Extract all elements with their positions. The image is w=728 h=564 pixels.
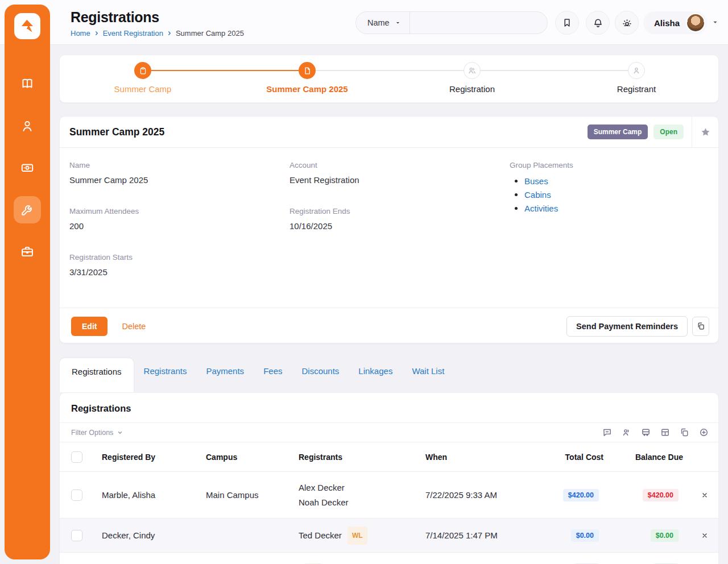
filter-options-toggle[interactable]: Filter Options: [71, 429, 123, 437]
cell-when: 7/22/2025 9:33 AM: [425, 490, 545, 500]
chevron-down-icon: [395, 20, 401, 26]
registrant-name: Noah Decker: [299, 495, 349, 510]
tab-registrations[interactable]: Registrations: [59, 358, 134, 392]
bookmark-button[interactable]: [555, 11, 579, 35]
wizard-step-summer-camp-2025[interactable]: [299, 62, 316, 79]
status-badge: Open: [653, 125, 684, 139]
sidebar-item-people[interactable]: [14, 113, 41, 140]
wizard-step-label[interactable]: Registration: [449, 84, 495, 94]
select-all-checkbox[interactable]: [71, 451, 82, 463]
sidebar-item-finance[interactable]: [14, 154, 41, 181]
filter-options-label: Filter Options: [71, 429, 113, 437]
chevron-right-icon: [167, 31, 172, 36]
wizard-step-registration[interactable]: [464, 62, 481, 79]
registration-row[interactable]: Marble, Alisha Main Campus Alex Decker N…: [60, 471, 718, 518]
clipboard-icon: [139, 67, 147, 75]
rock-logo-icon: [18, 17, 36, 35]
field-label-name: Name: [69, 161, 148, 169]
registrant-name: Ted Decker: [299, 528, 342, 543]
wizard-step-summer-camp[interactable]: [134, 62, 151, 79]
cell-campus: Main Campus: [206, 490, 299, 500]
wrench-icon: [20, 202, 35, 217]
bullet: [515, 207, 518, 210]
export-copy-button[interactable]: [680, 428, 689, 437]
row-checkbox[interactable]: [71, 490, 82, 501]
wizard-step-label[interactable]: Summer Camp: [114, 84, 172, 94]
send-payment-reminders-button[interactable]: Send Payment Reminders: [566, 316, 688, 337]
tab-wait-list[interactable]: Wait List: [402, 358, 454, 384]
add-registration-button[interactable]: [699, 428, 709, 437]
group-placement-button[interactable]: [641, 428, 651, 437]
row-checkbox[interactable]: [71, 530, 82, 541]
wizard-step-label[interactable]: Summer Camp 2025: [266, 84, 348, 94]
total-cost-badge: $420.00: [563, 489, 599, 501]
sidebar-item-work[interactable]: [14, 238, 41, 266]
delete-row-button[interactable]: [698, 529, 712, 542]
tab-fees[interactable]: Fees: [254, 358, 292, 384]
theme-button[interactable]: [615, 11, 639, 35]
panel-header: Summer Camp 2025 Summer Camp Open: [60, 117, 718, 148]
registration-row-partial[interactable]: [60, 552, 718, 564]
field-value-name: Summer Camp 2025: [69, 175, 148, 185]
sidebar-item-book[interactable]: [14, 70, 41, 97]
communicate-button[interactable]: [602, 428, 612, 437]
user-menu[interactable]: Alisha: [643, 11, 707, 34]
field-label-max-attendees: Maximum Attendees: [69, 207, 139, 215]
wait-list-badge: WL: [348, 526, 367, 545]
user-menu-caret[interactable]: [712, 19, 719, 26]
wizard-connector: [481, 70, 628, 71]
group-placement-link[interactable]: Buses: [524, 176, 548, 186]
sidebar-item-tools[interactable]: [14, 196, 41, 223]
column-balance-due[interactable]: Balance Due: [610, 453, 690, 462]
copy-instance-button[interactable]: [692, 317, 709, 336]
column-campus[interactable]: Campus: [206, 453, 299, 462]
delete-button[interactable]: Delete: [122, 322, 146, 331]
delete-row-button[interactable]: [698, 488, 712, 502]
group-placements-list: Buses Cabins Activities: [510, 174, 573, 215]
grid-title: Registrations: [60, 393, 718, 422]
group-placement-link[interactable]: Activities: [524, 204, 558, 213]
breadcrumb-home[interactable]: Home: [71, 29, 90, 38]
global-search: Name: [355, 11, 548, 34]
total-cost-badge: $0.00: [571, 529, 599, 542]
instance-title: Summer Camp 2025: [69, 126, 164, 138]
search-filter-dropdown[interactable]: Name: [356, 12, 410, 34]
edit-button[interactable]: Edit: [71, 317, 107, 336]
search-input[interactable]: [410, 12, 547, 34]
breadcrumb-event-registration[interactable]: Event Registration: [103, 29, 163, 38]
panel-footer: Edit Delete Send Payment Reminders: [60, 308, 718, 344]
field-label-registration-ends: Registration Ends: [289, 207, 350, 215]
registration-wizard: Summer Camp Summer Camp 2025 Registratio…: [59, 55, 719, 103]
wizard-step-label[interactable]: Registrant: [617, 84, 656, 94]
person-icon: [632, 66, 641, 75]
group-placement-cabins[interactable]: Cabins: [510, 188, 573, 201]
tab-discounts[interactable]: Discounts: [292, 358, 349, 384]
grid-filter-bar: Filter Options: [60, 422, 718, 442]
tab-registrants[interactable]: Registrants: [134, 358, 197, 384]
file-icon: [303, 67, 312, 75]
tab-bar: Registrations Registrants Payments Fees …: [59, 358, 454, 392]
app-logo[interactable]: [14, 13, 40, 39]
column-registrants[interactable]: Registrants: [299, 453, 425, 462]
registration-instance-panel: Summer Camp 2025 Summer Camp Open Name S…: [59, 116, 719, 343]
merge-template-button[interactable]: [660, 428, 670, 437]
field-value-registration-starts: 3/31/2025: [69, 267, 133, 277]
column-registered-by[interactable]: Registered By: [102, 453, 206, 462]
column-when[interactable]: When: [425, 453, 545, 462]
close-icon: [701, 492, 708, 499]
merge-people-button[interactable]: [622, 428, 631, 437]
registration-row[interactable]: Decker, Cindy Ted Decker WL 7/14/2025 1:…: [60, 518, 718, 552]
follow-button[interactable]: [692, 127, 718, 138]
tab-payments[interactable]: Payments: [196, 358, 254, 384]
tab-linkages[interactable]: Linkages: [349, 358, 402, 384]
cash-icon: [20, 160, 35, 175]
group-placement-activities[interactable]: Activities: [510, 201, 573, 215]
bell-icon: [593, 18, 603, 28]
group-placement-buses[interactable]: Buses: [510, 174, 573, 188]
column-total-cost[interactable]: Total Cost: [545, 453, 610, 462]
chevron-right-icon: [94, 31, 99, 36]
group-placement-link[interactable]: Cabins: [524, 190, 551, 200]
wizard-step-registrant[interactable]: [628, 62, 645, 79]
notifications-button[interactable]: [586, 11, 610, 35]
copy-icon: [680, 428, 689, 437]
